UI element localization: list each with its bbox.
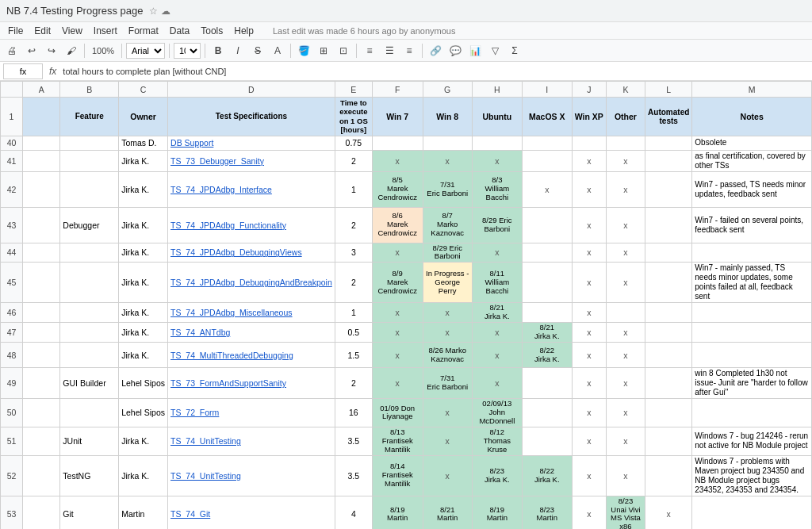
r51-g: x — [423, 427, 472, 455]
r51-f: 8/13Frantisek Mantilik — [372, 427, 423, 455]
merge-btn[interactable]: ⊡ — [335, 42, 352, 59]
menu-view[interactable]: View — [57, 24, 87, 38]
strikethrough-btn[interactable]: S — [249, 42, 266, 59]
table-row: 1 Feature Owner Test Specifications Time… — [1, 98, 812, 136]
col-G[interactable]: G — [423, 82, 472, 98]
r42-g: 7/31Eric Barboni — [423, 171, 472, 207]
r51-d[interactable]: TS_74_UnitTesting — [168, 427, 335, 455]
formula-bar: fx — [0, 62, 812, 81]
row-46-header: 46 — [1, 303, 23, 323]
col-D[interactable]: D — [168, 82, 335, 98]
r47-l — [645, 323, 692, 343]
col-F[interactable]: F — [372, 82, 423, 98]
menu-file[interactable]: File — [3, 24, 28, 38]
col-M[interactable]: M — [692, 82, 812, 98]
r52-j: x — [572, 455, 606, 496]
r52-e: 3.5 — [335, 455, 372, 496]
r1-h: Ubuntu — [472, 98, 522, 136]
r41-l — [645, 150, 692, 171]
col-B[interactable]: B — [60, 82, 119, 98]
r46-k — [606, 303, 645, 323]
menu-data[interactable]: Data — [165, 24, 194, 38]
r40-i — [522, 136, 572, 150]
chart-btn[interactable]: 📊 — [466, 42, 484, 59]
r48-e: 1.5 — [335, 343, 372, 368]
r46-d[interactable]: TS_74_JPDAdbg_Miscellaneous — [168, 303, 335, 323]
r42-j: x — [572, 171, 606, 207]
borders-btn[interactable]: ⊞ — [315, 42, 332, 59]
comment-btn[interactable]: 💬 — [446, 42, 464, 59]
menu-bar: File Edit View Insert Format Data Tools … — [0, 22, 812, 40]
table-row: 47 Jirka K. TS_74_ANTdbg 0.5 x x x 8/21J… — [1, 323, 812, 343]
col-A[interactable]: A — [23, 82, 60, 98]
print-btn[interactable]: 🖨 — [3, 42, 21, 59]
text-color-btn[interactable]: A — [269, 42, 286, 59]
r50-d[interactable]: TS_72_Form — [168, 399, 335, 427]
filter-btn[interactable]: ▽ — [486, 42, 504, 59]
zoom-pct[interactable]: 100% — [89, 42, 117, 59]
cell-reference-input[interactable] — [3, 63, 43, 79]
menu-tools[interactable]: Tools — [196, 24, 228, 38]
col-C[interactable]: C — [119, 82, 168, 98]
r49-m: win 8 Completed 1h30 not issue- Junit ar… — [692, 368, 812, 399]
r46-c: Jirka K. — [119, 303, 168, 323]
r42-d[interactable]: TS_74_JPDAdbg_Interface — [168, 171, 335, 207]
toolbar: 🖨 ↩ ↪ 🖌 100% Arial 10 B I S A 🪣 ⊞ ⊡ ≡ ☰ … — [0, 40, 812, 62]
col-J[interactable]: J — [572, 82, 606, 98]
menu-edit[interactable]: Edit — [29, 24, 56, 38]
r43-g: 8/7Marko Kaznovac — [423, 207, 472, 243]
r44-m — [692, 243, 812, 263]
align-left-btn[interactable]: ≡ — [361, 42, 378, 59]
undo-btn[interactable]: ↩ — [23, 42, 40, 59]
row-40-header: 40 — [1, 136, 23, 150]
col-E[interactable]: E — [335, 82, 372, 98]
r42-c: Jirka K. — [119, 171, 168, 207]
col-K[interactable]: K — [606, 82, 645, 98]
format-paint-btn[interactable]: 🖌 — [63, 42, 80, 59]
r47-d[interactable]: TS_74_ANTdbg — [168, 323, 335, 343]
r1-l: Automated tests — [645, 98, 692, 136]
r1-f: Win 7 — [372, 98, 423, 136]
menu-help[interactable]: Help — [229, 24, 259, 38]
r52-k: x — [606, 455, 645, 496]
r44-d[interactable]: TS_74_JPDAdbg_DebuggingViews — [168, 243, 335, 263]
r44-c: Jirka K. — [119, 243, 168, 263]
r48-j: x — [572, 343, 606, 368]
r40-a — [23, 136, 60, 150]
bold-btn[interactable]: B — [209, 42, 227, 59]
r48-d[interactable]: TS_74_MultiThreadedDebugging — [168, 343, 335, 368]
r1-d: Test Specifications — [168, 98, 335, 136]
italic-btn[interactable]: I — [229, 42, 247, 59]
r52-d[interactable]: TS_74_UnitTesting — [168, 455, 335, 496]
formula-input[interactable] — [63, 63, 809, 79]
r45-d[interactable]: TS_74_JPDAdbg_DebuggingAndBreakpoin — [168, 263, 335, 303]
r1-a — [23, 98, 60, 136]
r40-d[interactable]: DB Support — [168, 136, 335, 150]
r49-d[interactable]: TS_73_FormAndSupportSanity — [168, 368, 335, 399]
align-center-btn[interactable]: ☰ — [381, 42, 398, 59]
align-right-btn[interactable]: ≡ — [400, 42, 418, 59]
r48-k: x — [606, 343, 645, 368]
col-L[interactable]: L — [645, 82, 692, 98]
font-size-select[interactable]: 10 — [174, 43, 201, 59]
star-icon[interactable]: ☆ — [149, 6, 158, 17]
r49-e: 2 — [335, 368, 372, 399]
r52-g: x — [423, 455, 472, 496]
r41-d[interactable]: TS_73_Debugger_Sanity — [168, 150, 335, 171]
col-H[interactable]: H — [472, 82, 522, 98]
r43-d[interactable]: TS_74_JPDAdbg_Functionality — [168, 207, 335, 243]
menu-format[interactable]: Format — [124, 24, 163, 38]
r51-a — [23, 427, 60, 455]
r53-d[interactable]: TS_74_Git — [168, 496, 335, 529]
r49-g: 7/31Eric Barboni — [423, 368, 472, 399]
r41-e: 2 — [335, 150, 372, 171]
function-btn[interactable]: Σ — [506, 42, 523, 59]
r45-i — [522, 263, 572, 303]
font-select[interactable]: Arial — [126, 43, 165, 59]
row-44-header: 44 — [1, 243, 23, 263]
col-I[interactable]: I — [522, 82, 572, 98]
menu-insert[interactable]: Insert — [89, 24, 122, 38]
redo-btn[interactable]: ↪ — [43, 42, 60, 59]
link-btn[interactable]: 🔗 — [427, 42, 444, 59]
fill-color-btn[interactable]: 🪣 — [295, 42, 312, 59]
